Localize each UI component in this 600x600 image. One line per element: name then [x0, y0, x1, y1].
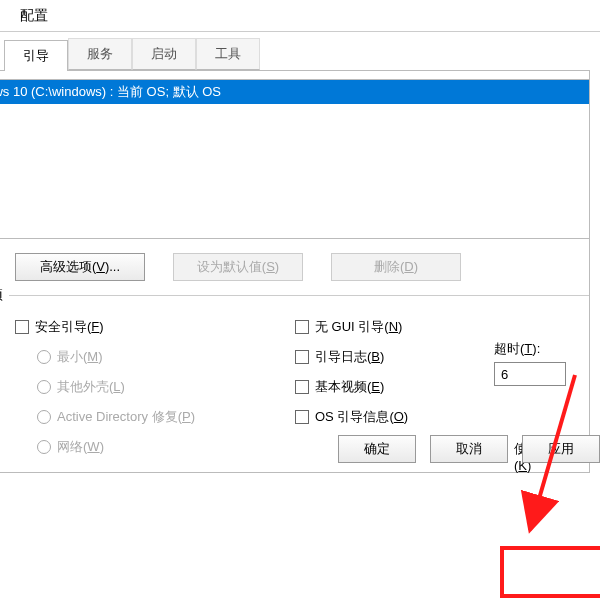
- radio-minimal-label: 最小(M): [57, 348, 103, 366]
- nogui-label: 无 GUI 引导(N): [315, 318, 402, 336]
- tab-tools[interactable]: 工具: [196, 38, 260, 70]
- radio-altshell-label: 其他外壳(L): [57, 378, 125, 396]
- safe-boot-label: 安全引导(F): [35, 318, 104, 336]
- basevideo-row[interactable]: 基本视频(E): [295, 378, 495, 396]
- annotation-highlight-box: [500, 546, 600, 598]
- timeout-input[interactable]: [494, 362, 566, 386]
- timeout-label: 超时(T):: [494, 340, 584, 358]
- radio-ad-label: Active Directory 修复(P): [57, 408, 195, 426]
- delete-button: 删除(D): [331, 253, 461, 281]
- group-title: 选项: [0, 286, 9, 304]
- ok-button[interactable]: 确定: [338, 435, 416, 463]
- window-title: 配置: [20, 7, 48, 25]
- tab-strip: 引导 服务 启动 工具: [0, 38, 600, 70]
- tab-startup[interactable]: 启动: [132, 38, 196, 70]
- radio-icon: [37, 350, 51, 364]
- osboot-label: OS 引导信息(O): [315, 408, 408, 426]
- safe-boot-row[interactable]: 安全引导(F): [15, 318, 295, 336]
- bootlog-row[interactable]: 引导日志(B): [295, 348, 495, 366]
- advanced-options-button[interactable]: 高级选项(V)...: [15, 253, 145, 281]
- radio-minimal-row: 最小(M): [37, 348, 295, 366]
- radio-network-label: 网络(W): [57, 438, 104, 456]
- radio-ad-row: Active Directory 修复(P): [37, 408, 295, 426]
- set-default-button: 设为默认值(S): [173, 253, 303, 281]
- boot-entry-selected[interactable]: dows 10 (C:\windows) : 当前 OS; 默认 OS: [0, 80, 589, 104]
- boot-buttons-row: 高级选项(V)... 设为默认值(S) 删除(D): [0, 239, 589, 295]
- radio-icon: [37, 410, 51, 424]
- cancel-button[interactable]: 取消: [430, 435, 508, 463]
- radio-altshell-row: 其他外壳(L): [37, 378, 295, 396]
- bootlog-label: 引导日志(B): [315, 348, 384, 366]
- tab-boot[interactable]: 引导: [4, 40, 68, 71]
- boot-entries-list[interactable]: dows 10 (C:\windows) : 当前 OS; 默认 OS: [0, 79, 589, 239]
- apply-button[interactable]: 应用: [522, 435, 600, 463]
- checkbox-icon[interactable]: [295, 380, 309, 394]
- dialog-buttons: 确定 取消 应用: [338, 435, 600, 463]
- checkbox-icon[interactable]: [15, 320, 29, 334]
- checkbox-icon[interactable]: [295, 410, 309, 424]
- checkbox-icon[interactable]: [295, 350, 309, 364]
- basevideo-label: 基本视频(E): [315, 378, 384, 396]
- radio-network-row: 网络(W): [37, 438, 295, 456]
- radio-icon: [37, 380, 51, 394]
- checkbox-icon[interactable]: [295, 320, 309, 334]
- osboot-row[interactable]: OS 引导信息(O): [295, 408, 495, 426]
- tab-services[interactable]: 服务: [68, 38, 132, 70]
- radio-icon: [37, 440, 51, 454]
- window-titlebar: 配置: [0, 0, 600, 32]
- nogui-row[interactable]: 无 GUI 引导(N): [295, 318, 495, 336]
